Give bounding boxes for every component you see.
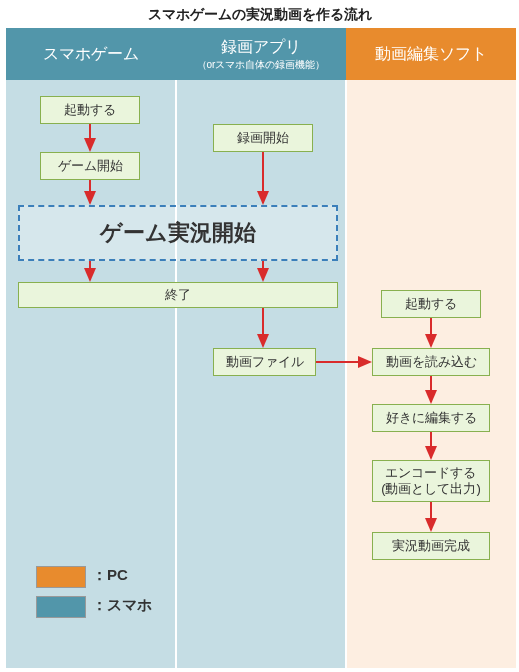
- column-header-label: 録画アプリ: [221, 37, 301, 56]
- node-done: 実況動画完成: [372, 532, 490, 560]
- legend-swatch-phone: [36, 596, 86, 618]
- column-header-label: スマホゲーム: [43, 44, 139, 63]
- node-start-game: ゲーム開始: [40, 152, 140, 180]
- node-gameplay-recording: ゲーム実況開始: [18, 205, 338, 261]
- node-load-video: 動画を読み込む: [372, 348, 490, 376]
- column-bg-smartphone-game: [6, 28, 176, 668]
- node-video-file: 動画ファイル: [213, 348, 316, 376]
- node-edit: 好きに編集する: [372, 404, 490, 432]
- column-header-smartphone-game: スマホゲーム: [6, 28, 176, 80]
- node-end: 終了: [18, 282, 338, 308]
- legend-label-pc: ：PC: [92, 566, 128, 585]
- column-divider: [175, 28, 177, 668]
- node-launch-editor: 起動する: [381, 290, 481, 318]
- column-header-recording-app: 録画アプリ （orスマホ自体の録画機能）: [176, 28, 346, 80]
- legend-swatch-pc: [36, 566, 86, 588]
- column-header-video-editor: 動画編集ソフト: [346, 28, 516, 80]
- column-header-sublabel: （orスマホ自体の録画機能）: [197, 59, 326, 71]
- node-launch-game: 起動する: [40, 96, 140, 124]
- diagram-title: スマホゲームの実況動画を作る流れ: [0, 6, 519, 24]
- legend-label-phone: ：スマホ: [92, 596, 152, 615]
- column-header-label: 動画編集ソフト: [375, 44, 487, 63]
- column-divider: [345, 28, 347, 668]
- node-encode: エンコードする (動画として出力): [372, 460, 490, 502]
- flowchart-canvas: スマホゲームの実況動画を作る流れ スマホゲーム 録画アプリ （orスマホ自体の録…: [0, 0, 519, 672]
- node-start-recording: 録画開始: [213, 124, 313, 152]
